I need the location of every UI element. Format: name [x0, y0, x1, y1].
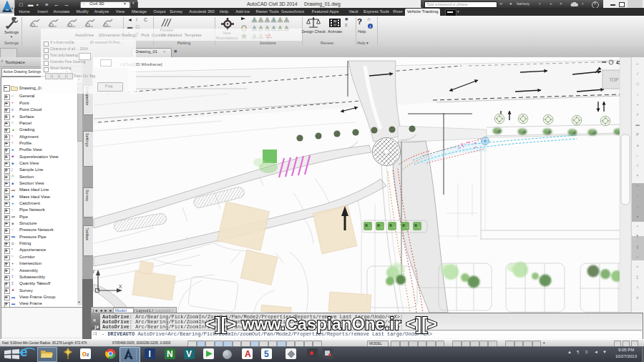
svg-text:÷: ÷: [637, 255, 639, 259]
svg-text:▪: ▪: [637, 224, 638, 228]
svg-text:<][> www.CaspianOne.ir <][>: <][> www.CaspianOne.ir <][>: [205, 315, 437, 333]
svg-text:P: P: [636, 132, 639, 137]
svg-text:⌐: ⌐: [636, 62, 638, 66]
svg-text:X: X: [119, 284, 122, 289]
svg-text:·: ·: [637, 305, 638, 310]
svg-text:≡: ≡: [636, 143, 638, 147]
svg-text:●: ●: [636, 214, 638, 218]
svg-text:×: ×: [636, 173, 638, 177]
svg-text:√: √: [637, 163, 639, 167]
svg-text:§: §: [637, 245, 639, 249]
svg-text:TOP: TOP: [609, 77, 618, 82]
svg-text:◊: ◊: [637, 112, 639, 117]
svg-text:↕: ↕: [637, 194, 639, 198]
svg-text:▬: ▬: [635, 122, 640, 127]
svg-text:○: ○: [636, 92, 638, 97]
svg-text:⌂: ⌂: [636, 285, 638, 289]
svg-text:∞: ∞: [636, 183, 639, 187]
svg-text:¶: ¶: [637, 234, 639, 238]
svg-text:Y: Y: [93, 269, 95, 274]
svg-text:∑: ∑: [636, 275, 639, 279]
svg-text:∟: ∟: [635, 153, 639, 157]
svg-text:↔: ↔: [635, 204, 639, 208]
svg-text:+: +: [636, 102, 638, 107]
svg-text:≈: ≈: [637, 265, 639, 269]
svg-text:±: ±: [637, 295, 639, 300]
